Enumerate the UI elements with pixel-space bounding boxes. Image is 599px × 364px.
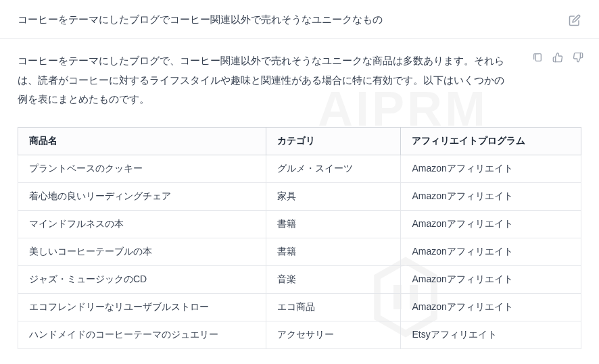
table-row: ハンドメイドのコーヒーテーマのジュエリーアクセサリーEtsyアフィリエイト xyxy=(18,321,581,348)
table-cell: Amazonアフィリエイト xyxy=(401,238,581,265)
table-cell: ジャズ・ミュージックのCD xyxy=(18,265,266,293)
table-cell: エコフレンドリーなリユーザブルストロー xyxy=(18,293,266,321)
products-table: 商品名 カテゴリ アフィリエイトプログラム プラントベースのクッキーグルメ・スイ… xyxy=(18,127,581,349)
table-row: マインドフルネスの本書籍Amazonアフィリエイト xyxy=(18,210,581,238)
table-cell: Amazonアフィリエイト xyxy=(401,293,581,321)
table-cell: Etsyアフィリエイト xyxy=(401,321,581,348)
response-intro-text: コーヒーをテーマにしたブログで、コーヒー関連以外で売れそうなユニークな商品は多数… xyxy=(18,51,507,109)
table-cell: 書籍 xyxy=(266,238,401,265)
table-cell: エコ商品 xyxy=(266,293,401,321)
table-header-row: 商品名 カテゴリ アフィリエイトプログラム xyxy=(18,127,581,155)
like-button[interactable] xyxy=(552,51,564,63)
table-cell: Amazonアフィリエイト xyxy=(401,182,581,210)
prompt-bar: コーヒーをテーマにしたブログでコーヒー関連以外で売れそうなユニークなもの xyxy=(0,0,599,39)
prompt-text: コーヒーをテーマにしたブログでコーヒー関連以外で売れそうなユニークなもの xyxy=(18,12,568,28)
table-cell: アクセサリー xyxy=(266,321,401,348)
copy-button[interactable] xyxy=(531,51,544,63)
edit-icon xyxy=(569,14,581,26)
table-header-category: カテゴリ xyxy=(266,127,401,155)
thumbs-down-icon xyxy=(573,52,583,63)
clipboard-icon xyxy=(532,52,543,63)
dislike-button[interactable] xyxy=(572,51,584,63)
table-cell: ハンドメイドのコーヒーテーマのジュエリー xyxy=(18,321,266,348)
response-actions xyxy=(531,51,584,63)
table-cell: 美しいコーヒーテーブルの本 xyxy=(18,238,266,265)
svg-rect-2 xyxy=(535,54,541,61)
table-cell: 家具 xyxy=(266,182,401,210)
table-row: 着心地の良いリーディングチェア家具Amazonアフィリエイト xyxy=(18,182,581,210)
edit-prompt-button[interactable] xyxy=(568,14,581,27)
table-row: プラントベースのクッキーグルメ・スイーツAmazonアフィリエイト xyxy=(18,155,581,182)
table-cell: Amazonアフィリエイト xyxy=(401,210,581,238)
table-cell: グルメ・スイーツ xyxy=(266,155,401,182)
table-cell: 着心地の良いリーディングチェア xyxy=(18,182,266,210)
table-header-program: アフィリエイトプログラム xyxy=(401,127,581,155)
table-cell: Amazonアフィリエイト xyxy=(401,155,581,182)
thumbs-up-icon xyxy=(552,52,563,63)
table-cell: 音楽 xyxy=(266,265,401,293)
table-header-product: 商品名 xyxy=(18,127,266,155)
response-block: コーヒーをテーマにしたブログで、コーヒー関連以外で売れそうなユニークな商品は多数… xyxy=(0,39,599,349)
table-row: エコフレンドリーなリユーザブルストローエコ商品Amazonアフィリエイト xyxy=(18,293,581,321)
table-cell: Amazonアフィリエイト xyxy=(401,265,581,293)
table-cell: 書籍 xyxy=(266,210,401,238)
table-cell: マインドフルネスの本 xyxy=(18,210,266,238)
table-cell: プラントベースのクッキー xyxy=(18,155,266,182)
table-row: ジャズ・ミュージックのCD音楽Amazonアフィリエイト xyxy=(18,265,581,293)
table-row: 美しいコーヒーテーブルの本書籍Amazonアフィリエイト xyxy=(18,238,581,265)
